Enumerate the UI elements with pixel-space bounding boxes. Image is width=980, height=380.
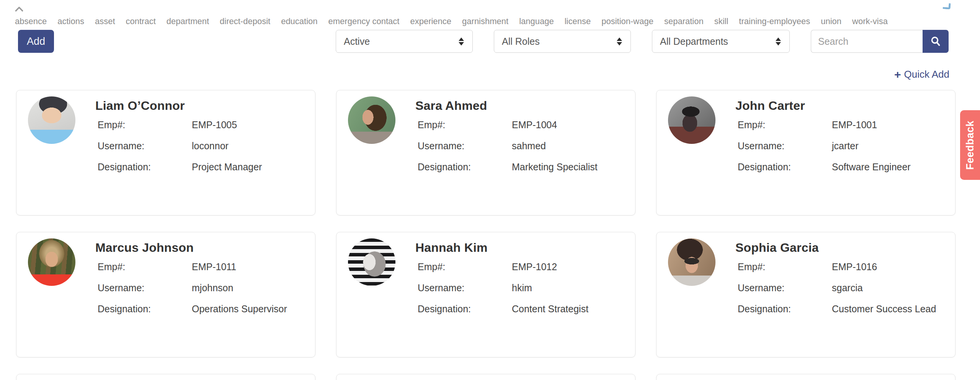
tab-education[interactable]: education (281, 16, 317, 26)
avatar (668, 96, 715, 144)
employee-card[interactable]: Marcus Johnson Emp#:EMP-1011 Username:mj… (16, 232, 315, 357)
tab-training-employees[interactable]: training-employees (739, 16, 810, 26)
tab-separation[interactable]: separation (664, 16, 704, 26)
designation-value: Marketing Specialist (512, 161, 598, 173)
username-label: Username: (98, 282, 192, 294)
username-label: Username: (418, 282, 512, 294)
tab-work-visa[interactable]: work-visa (852, 16, 888, 26)
employee-card-partial (336, 374, 635, 380)
employee-name: Marcus Johnson (95, 241, 194, 255)
avatar (668, 238, 715, 286)
tab-absence[interactable]: absence (15, 16, 47, 26)
username-value: sgarcia (832, 282, 863, 294)
tab-license[interactable]: license (565, 16, 591, 26)
role-filter-value: All Roles (502, 36, 617, 47)
employee-name: Sophia Garcia (735, 241, 819, 255)
emp-number-label: Emp#: (98, 261, 192, 272)
quick-add-label: Quick Add (904, 68, 949, 80)
employee-details: Emp#:EMP-1016 Username:sgarcia Designati… (738, 260, 944, 323)
status-filter-select[interactable]: Active (336, 30, 473, 53)
username-value: sahmed (512, 140, 546, 152)
status-filter-value: Active (344, 36, 459, 47)
username-value: jcarter (832, 140, 858, 152)
search-button[interactable] (923, 30, 949, 53)
designation-label: Designation: (98, 161, 192, 173)
username-value: loconnor (192, 140, 229, 152)
tab-skill[interactable]: skill (714, 16, 728, 26)
designation-value: Project Manager (192, 161, 262, 173)
emp-number-value: EMP-1005 (192, 119, 237, 130)
username-label: Username: (98, 140, 192, 152)
emp-number-label: Emp#: (98, 119, 192, 130)
search-group (811, 30, 949, 53)
username-value: mjohnson (192, 282, 233, 294)
tab-asset[interactable]: asset (95, 16, 115, 26)
employee-name: John Carter (735, 99, 805, 113)
designation-label: Designation: (418, 161, 512, 173)
module-tab-bar: absence actions asset contract departmen… (15, 16, 888, 26)
magnifier-icon (930, 36, 941, 47)
employee-details: Emp#:EMP-1001 Username:jcarter Designati… (738, 118, 944, 181)
quick-add-button[interactable]: + Quick Add (894, 68, 949, 80)
role-filter-select[interactable]: All Roles (494, 30, 631, 53)
designation-label: Designation: (418, 303, 512, 315)
employee-name: Hannah Kim (415, 241, 488, 255)
username-value: hkim (512, 282, 532, 294)
employee-name: Sara Ahmed (415, 99, 487, 113)
designation-label: Designation: (98, 303, 192, 315)
tab-position-wage[interactable]: position-wage (601, 16, 653, 26)
tab-language[interactable]: language (519, 16, 554, 26)
up-down-arrows-icon (776, 36, 782, 46)
username-label: Username: (418, 140, 512, 152)
tab-garnishment[interactable]: garnishment (462, 16, 508, 26)
tab-emergency-contact[interactable]: emergency contact (328, 16, 400, 26)
up-down-arrows-icon (617, 36, 623, 46)
designation-value: Customer Success Lead (832, 303, 936, 315)
chevron-up-icon[interactable] (15, 7, 24, 11)
corner-angle-icon (942, 3, 951, 9)
username-label: Username: (738, 282, 832, 294)
employee-card[interactable]: Liam O’Connor Emp#:EMP-1005 Username:loc… (16, 90, 315, 215)
emp-number-value: EMP-1004 (512, 119, 557, 130)
employee-details: Emp#:EMP-1004 Username:sahmed Designatio… (418, 118, 624, 181)
tab-actions[interactable]: actions (57, 16, 84, 26)
department-filter-value: All Departments (660, 36, 776, 47)
tab-experience[interactable]: experience (410, 16, 451, 26)
designation-value: Software Engineer (832, 161, 911, 173)
avatar (28, 238, 75, 286)
feedback-tab[interactable]: Feedback (960, 110, 980, 180)
username-label: Username: (738, 140, 832, 152)
add-button[interactable]: Add (18, 30, 54, 53)
tab-contract[interactable]: contract (126, 16, 156, 26)
emp-number-label: Emp#: (738, 119, 832, 130)
employee-card[interactable]: John Carter Emp#:EMP-1001 Username:jcart… (656, 90, 956, 215)
designation-value: Content Strategist (512, 303, 588, 315)
employee-name: Liam O’Connor (95, 99, 185, 113)
designation-label: Designation: (738, 161, 832, 173)
designation-value: Operations Supervisor (192, 303, 287, 315)
employee-card-partial (656, 374, 956, 380)
search-input[interactable] (811, 30, 923, 53)
employee-card[interactable]: Sophia Garcia Emp#:EMP-1016 Username:sga… (656, 232, 956, 357)
avatar (348, 96, 395, 144)
employee-details: Emp#:EMP-1011 Username:mjohnson Designat… (98, 260, 304, 323)
avatar (348, 238, 395, 286)
emp-number-label: Emp#: (418, 119, 512, 130)
emp-number-value: EMP-1001 (832, 119, 877, 130)
employee-card-partial (16, 374, 315, 380)
up-down-arrows-icon (459, 36, 465, 46)
plus-icon: + (894, 70, 901, 80)
employee-details: Emp#:EMP-1005 Username:loconnor Designat… (98, 118, 304, 181)
emp-number-label: Emp#: (738, 261, 832, 272)
department-filter-select[interactable]: All Departments (652, 30, 790, 53)
employee-card[interactable]: Sara Ahmed Emp#:EMP-1004 Username:sahmed… (336, 90, 635, 215)
tab-department[interactable]: department (167, 16, 209, 26)
emp-number-value: EMP-1012 (512, 261, 557, 272)
tab-direct-deposit[interactable]: direct-deposit (220, 16, 270, 26)
emp-number-value: EMP-1016 (832, 261, 877, 272)
employee-card[interactable]: Hannah Kim Emp#:EMP-1012 Username:hkim D… (336, 232, 635, 357)
designation-label: Designation: (738, 303, 832, 315)
employee-details: Emp#:EMP-1012 Username:hkim Designation:… (418, 260, 624, 323)
employee-directory-page: absence actions asset contract departmen… (0, 0, 980, 380)
tab-union[interactable]: union (821, 16, 841, 26)
